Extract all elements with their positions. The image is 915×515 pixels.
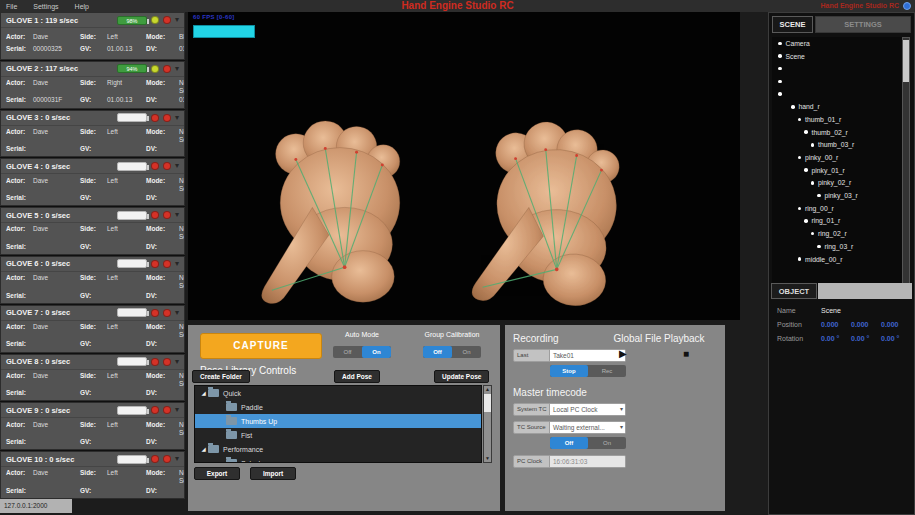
menu-item-settings[interactable]: Settings [33,3,58,10]
chevron-down-icon[interactable]: ▾ [175,211,179,219]
scene-tree-item[interactable]: ring_03_r [772,240,905,253]
play-icon[interactable]: ▶ [619,349,627,359]
chevron-down-icon[interactable]: ▾ [175,406,179,414]
pose-tree-item[interactable]: ◢Quick [195,386,481,400]
tab-scene[interactable]: SCENE [772,16,813,33]
stop-icon[interactable]: ■ [683,349,689,359]
glove-field-value: None Selected [179,128,185,144]
pose-tree-item[interactable]: Fist [195,428,481,442]
chevron-down-icon[interactable]: ▾ [175,358,179,366]
glove-header[interactable]: GLOVE 1 : 119 s/sec98%▾ [1,13,184,28]
toggle-option-left[interactable]: Off [550,437,588,449]
viewport-3d[interactable]: 60 FPS [0-60] [188,12,740,320]
scene-tree-item[interactable] [772,88,905,101]
glove-title: GLOVE 2 : 117 s/sec [6,64,78,73]
scene-tree-item[interactable]: thumb_03_r [772,139,905,152]
group-calibration-toggle[interactable]: OffOn [423,346,481,358]
scene-tree-item[interactable]: Scene [772,50,905,63]
pose-tree-scrollbar[interactable]: ▲ ▼ [483,385,492,463]
glove-field-label: GV: [80,389,107,397]
hand-model-left[interactable] [248,104,432,320]
scroll-down-icon[interactable]: ▼ [484,455,491,462]
tree-bullet-icon [798,207,802,211]
toggle-option-right[interactable]: On [362,346,391,358]
pose-tree-label: Paddle [241,404,263,411]
toggle-option-right[interactable]: On [452,346,481,358]
export-button[interactable]: Export [194,467,240,480]
scroll-up-icon[interactable]: ▲ [484,386,491,393]
glove-field-label: Serial: [6,194,33,202]
system-tc-select[interactable]: Local PC Clock ▾ [550,403,626,416]
glove-field-label: Mode: [146,225,179,241]
glove-header[interactable]: GLOVE 2 : 117 s/sec94%▾ [1,62,184,77]
glove-header[interactable]: GLOVE 10 : 0 s/sec▾ [1,452,184,467]
scrollbar-thumb[interactable] [903,40,909,82]
position-value[interactable]: 0.000 [881,321,911,328]
add-pose-button[interactable]: Add Pose [334,370,380,383]
menu-item-help[interactable]: Help [75,3,89,10]
glove-header[interactable]: GLOVE 8 : 0 s/sec▾ [1,355,184,370]
scene-tree-item[interactable]: middle_00_r [772,253,905,266]
tc-source-select[interactable]: Waiting external... ▾ [550,421,626,434]
scene-tree-item[interactable] [772,75,905,88]
toggle-option-right[interactable]: Rec [588,365,626,377]
glove-header[interactable]: GLOVE 4 : 0 s/sec▾ [1,159,184,174]
scene-tree-item[interactable]: pinky_01_r [772,164,905,177]
hand-model-right[interactable] [457,100,656,320]
take-name-input[interactable]: Take01 [550,349,626,362]
import-button[interactable]: Import [250,467,296,480]
glove-field-label: GV: [80,194,107,202]
scene-tree-item[interactable]: pinky_02_r [772,177,905,190]
glove-header[interactable]: GLOVE 6 : 0 s/sec▾ [1,257,184,272]
chevron-down-icon[interactable]: ▾ [175,260,179,268]
glove-field-label: Actor: [6,372,33,388]
rotation-value[interactable]: 0.00 ° [821,335,851,342]
glove-header[interactable]: GLOVE 5 : 0 s/sec▾ [1,208,184,223]
scene-tree-item[interactable]: ring_02_r [772,227,905,240]
pose-tree-item[interactable]: Thumbs Up [195,414,481,428]
menu-item-file[interactable]: File [6,3,17,10]
toggle-option-left[interactable]: Off [333,346,362,358]
capture-button[interactable]: CAPTURE [200,333,322,359]
toggle-option-left[interactable]: Off [423,346,452,358]
chevron-down-icon[interactable]: ▾ [175,309,179,317]
scene-tree-item[interactable] [772,62,905,75]
scene-tree-item[interactable]: ring_00_r [772,202,905,215]
glove-details: Actor:DaveSide:LeftMode:None SelectedSer… [1,126,184,157]
chevron-down-icon[interactable]: ▾ [175,114,179,122]
auto-mode-toggle[interactable]: OffOn [333,346,391,358]
pose-tree-item[interactable]: ◢Performance [195,442,481,456]
rotation-value[interactable]: 0.00 ° [851,335,881,342]
chevron-down-icon[interactable]: ▾ [175,16,179,24]
scene-tree-item[interactable]: Camera [772,37,905,50]
position-value[interactable]: 0.000 [851,321,881,328]
position-value[interactable]: 0.000 [821,321,851,328]
record-stop-toggle[interactable]: StopRec [550,365,626,377]
toggle-option-right[interactable]: On [588,437,626,449]
chevron-down-icon[interactable]: ▾ [175,162,179,170]
update-pose-button[interactable]: Update Pose [434,370,489,383]
scene-tree-item[interactable]: hand_r [772,100,905,113]
scene-tree-item[interactable]: thumb_02_r [772,126,905,139]
scene-tree-scrollbar[interactable] [902,37,910,291]
tree-expand-icon[interactable]: ◢ [199,446,208,452]
pose-tree-item[interactable]: Paddle [195,400,481,414]
tab-settings[interactable]: SETTINGS [815,16,911,33]
glove-header[interactable]: GLOVE 9 : 0 s/sec▾ [1,403,184,418]
scene-tree-item[interactable]: pinky_00_r [772,151,905,164]
scrollbar-thumb[interactable] [484,394,491,412]
tc-toggle[interactable]: OffOn [550,437,626,449]
glove-header[interactable]: GLOVE 3 : 0 s/sec▾ [1,111,184,126]
tree-expand-icon[interactable]: ◢ [199,390,208,396]
chevron-down-icon[interactable]: ▾ [175,455,179,463]
scene-tree-item[interactable]: thumb_01_r [772,113,905,126]
glove-field-label: GV: [80,292,107,300]
scene-tree-item[interactable]: ring_01_r [772,215,905,228]
glove-header[interactable]: GLOVE 7 : 0 s/sec▾ [1,306,184,321]
rotation-value[interactable]: 0.00 ° [881,335,911,342]
pose-tree-item[interactable]: Splash [195,456,481,463]
create-folder-button[interactable]: Create Folder [192,370,250,383]
toggle-option-left[interactable]: Stop [550,365,588,377]
chevron-down-icon[interactable]: ▾ [175,65,179,73]
scene-tree-item[interactable]: pinky_03_r [772,189,905,202]
